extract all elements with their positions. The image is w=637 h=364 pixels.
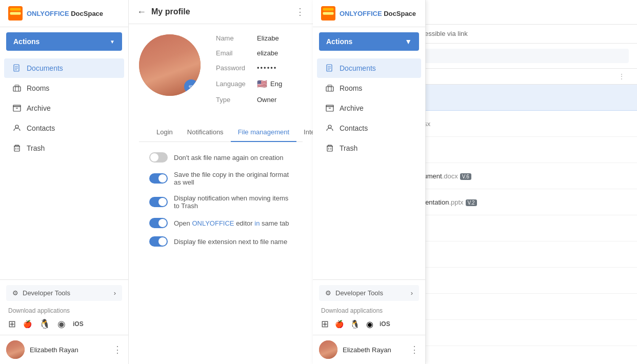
dropdown-android-icon[interactable]: ◉: [366, 319, 373, 329]
dropdown-trash-icon: [325, 144, 334, 153]
toggle-ask-filename: Don't ask file name again on creation: [149, 152, 292, 163]
profile-avatar-section: ✏ Name Elizabe Email elizabe Password ••…: [139, 34, 303, 111]
dropdown-item-trash[interactable]: Trash: [317, 138, 421, 158]
user-menu-icon[interactable]: ⋮: [113, 344, 122, 355]
sidebar-item-documents-label: Documents: [27, 64, 63, 72]
sidebar-item-documents[interactable]: Documents: [4, 58, 124, 78]
dropdown-bottom: ⚙ Developer Tools › Download application…: [313, 279, 425, 335]
dropdown-logo-text: ONLYOFFICE DocSpace: [340, 10, 416, 17]
dropdown-dev-tools-button[interactable]: ⚙ Developer Tools ›: [319, 285, 419, 301]
dropdown-actions-button[interactable]: Actions ▼: [319, 32, 419, 51]
back-button[interactable]: ←: [137, 7, 146, 17]
flag-icon: 🇺🇸: [257, 79, 267, 89]
profile-content: ✏ Name Elizabe Email elizabe Password ••…: [129, 24, 313, 364]
toggle-ask-filename-label: Don't ask file name again on creation: [174, 154, 284, 161]
svg-point-34: [328, 125, 331, 128]
svg-rect-3: [10, 16, 21, 18]
archive-icon: [12, 104, 22, 113]
profile-menu-icon[interactable]: ⋮: [295, 6, 305, 17]
toggle-open-same-tab: Open ONLYOFFICE editor in same tab: [149, 218, 292, 228]
tab-notifications[interactable]: Notifications: [180, 123, 231, 142]
dropdown-item-documents[interactable]: Documents: [317, 58, 421, 78]
language-label: Language: [216, 80, 257, 88]
ios-label[interactable]: iOS: [73, 320, 84, 328]
user-name: Elizabeth Rayan: [30, 346, 108, 354]
tab-interface[interactable]: Interfa...: [296, 123, 313, 142]
dropdown-archive-icon: [325, 104, 334, 113]
sidebar-item-contacts[interactable]: Contacts: [4, 118, 124, 138]
dropdown-windows-icon[interactable]: ⊞: [321, 318, 329, 330]
dropdown-item-rooms[interactable]: Rooms: [317, 78, 421, 98]
tab-login[interactable]: Login: [149, 123, 180, 142]
type-value: Owner: [257, 96, 276, 104]
dropdown-user-menu-icon[interactable]: ⋮: [410, 344, 419, 355]
toggle-ask-filename-switch[interactable]: [149, 152, 168, 163]
dev-tools-label: Developer Tools: [23, 289, 70, 297]
dropdown-item-contacts[interactable]: Contacts: [317, 118, 421, 138]
sidebar-user[interactable]: Elizabeth Rayan ⋮: [0, 335, 128, 364]
svg-rect-8: [13, 87, 21, 91]
tab-file-management[interactable]: File management: [231, 123, 296, 142]
contacts-icon: [12, 124, 22, 133]
dropdown-logo-icon: [321, 6, 335, 21]
profile-fields: Name Elizabe Email elizabe Password ••••…: [216, 34, 303, 111]
dropdown-dev-tools-icon: ⚙: [325, 289, 331, 297]
profile-panel-header: ← My profile ⋮: [129, 0, 313, 24]
toggle-show-ext-switch[interactable]: [149, 236, 168, 247]
sidebar-bottom: ⚙ Developer Tools › Download application…: [0, 279, 128, 335]
dropdown-macos-icon[interactable]: 🍎: [335, 320, 344, 328]
dev-tools-icon: ⚙: [12, 289, 18, 297]
name-label: Name: [216, 34, 257, 42]
svg-rect-2: [10, 12, 21, 14]
name-value: Elizabe: [257, 34, 279, 42]
password-label: Password: [216, 64, 257, 72]
toggle-save-copy-switch[interactable]: [149, 173, 168, 184]
col-menu-icon[interactable]: ⋮: [619, 73, 629, 80]
toggle-save-copy-label: Save the file copy in the original forma…: [174, 171, 292, 186]
version-badge: V.6: [460, 173, 471, 180]
email-label: Email: [216, 49, 257, 57]
sidebar-item-archive[interactable]: Archive: [4, 98, 124, 118]
sidebar-logo-text: ONLYOFFICE DocSpace: [27, 10, 103, 17]
toggle-open-same-tab-switch[interactable]: [149, 218, 168, 228]
dropdown-user-name: Elizabeth Rayan: [343, 346, 405, 354]
svg-rect-27: [326, 87, 333, 91]
toggle-show-ext-label: Display file extension next to file name: [174, 238, 287, 246]
profile-panel-title: My profile: [151, 7, 290, 16]
dropdown-dev-tools-label: Developer Tools: [335, 289, 383, 297]
toggle-notify-trash-switch[interactable]: [149, 197, 168, 207]
dropdown-linux-icon[interactable]: 🐧: [350, 319, 360, 329]
dropdown-user-avatar: [319, 340, 337, 359]
email-value: elizabe: [257, 49, 278, 57]
sidebar-item-rooms[interactable]: Rooms: [4, 78, 124, 98]
onlyoffice-logo-icon: [8, 6, 23, 21]
sidebar-item-trash[interactable]: Trash: [4, 138, 124, 158]
dropdown-archive-label: Archive: [340, 104, 364, 112]
dropdown-documents-label: Documents: [340, 64, 376, 72]
dropdown-trash-label: Trash: [340, 144, 357, 152]
dropdown-contacts-icon: [325, 124, 334, 133]
version-badge: V.2: [466, 199, 477, 206]
type-label: Type: [216, 96, 257, 104]
svg-rect-21: [323, 12, 334, 14]
windows-icon[interactable]: ⊞: [8, 318, 16, 330]
sidebar-item-trash-label: Trash: [27, 144, 45, 152]
language-value: 🇺🇸 Eng: [257, 79, 282, 89]
linux-icon[interactable]: 🐧: [39, 318, 50, 330]
user-avatar: [6, 340, 25, 359]
password-value: ••••••: [257, 64, 277, 72]
actions-button[interactable]: Actions ▼: [6, 32, 122, 51]
dev-tools-button[interactable]: ⚙ Developer Tools ›: [6, 285, 122, 301]
sidebar-item-rooms-label: Rooms: [27, 84, 49, 92]
macos-icon[interactable]: 🍎: [23, 320, 32, 328]
dropdown-user[interactable]: Elizabeth Rayan ⋮: [313, 335, 425, 364]
documents-icon: [12, 64, 22, 73]
dropdown-ios-label[interactable]: iOS: [380, 320, 390, 328]
svg-rect-16: [14, 146, 19, 151]
svg-rect-1: [10, 8, 21, 11]
dropdown-contacts-label: Contacts: [340, 124, 368, 132]
avatar-edit-button[interactable]: ✏: [184, 79, 198, 94]
toggle-save-copy: Save the file copy in the original forma…: [149, 171, 292, 186]
android-icon[interactable]: ◉: [57, 318, 66, 330]
dropdown-item-archive[interactable]: Archive: [317, 98, 421, 118]
